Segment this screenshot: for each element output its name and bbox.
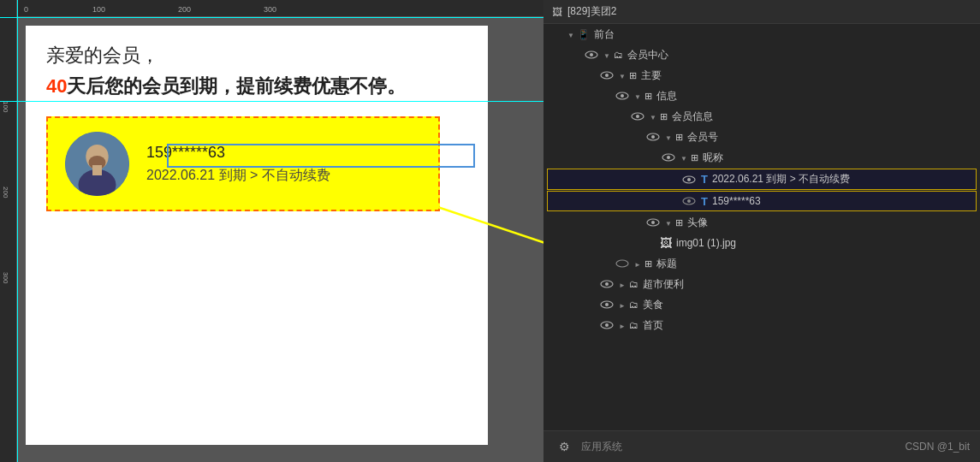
layer-item-tuxiang[interactable]: ⊞ 头像 bbox=[543, 212, 980, 233]
layer-label-huiyuan-num: 会员号 bbox=[687, 130, 718, 145]
member-box: 159******63 2022.06.21 到期 > 不自动续费 bbox=[46, 116, 440, 211]
layer-label-nicheng: 昵称 bbox=[703, 151, 723, 165]
ruler-mark-left-100: 100 bbox=[2, 101, 9, 112]
canvas-content: 亲爱的会员， 40天后您的会员到期，提前续费优惠不停。 bbox=[17, 17, 543, 462]
member-info: 159******63 2022.06.21 到期 > 不自动续费 bbox=[146, 144, 330, 185]
eye-icon-text-expiry[interactable] bbox=[680, 174, 698, 186]
layer-label-xinxi: 信息 bbox=[656, 89, 677, 104]
image-icon-img01: 🖼 bbox=[660, 236, 672, 250]
ruler-mark-left-300: 300 bbox=[2, 272, 9, 283]
triangle-zhuyao bbox=[619, 69, 626, 81]
svg-point-11 bbox=[605, 74, 609, 77]
canvas-area: 0 100 200 300 100 200 300 亲爱的会员， 40天后您的会… bbox=[0, 0, 543, 462]
eye-icon-xinxi[interactable] bbox=[614, 90, 631, 102]
layers-title-row: 🖼 [829]美团2 bbox=[543, 0, 980, 24]
svg-point-26 bbox=[616, 260, 628, 267]
layers-app-icon: 🖼 bbox=[552, 6, 562, 18]
triangle-huiyuan-center bbox=[603, 49, 610, 61]
eye-icon-nicheng[interactable] bbox=[660, 151, 677, 163]
guide-v-left bbox=[17, 0, 18, 462]
layer-item-xinxi[interactable]: ⊞ 信息 bbox=[543, 86, 980, 106]
layer-item-huiyuan-num[interactable]: ⊞ 会员号 bbox=[543, 127, 980, 147]
eye-icon-huiyuan-info[interactable] bbox=[629, 110, 646, 122]
eye-icon-huiyuan-num[interactable] bbox=[644, 131, 662, 143]
triangle-chaoshi bbox=[619, 278, 626, 290]
layer-label-meishi: 美食 bbox=[643, 298, 663, 312]
layer-item-text-phone[interactable]: T 159*****63 bbox=[547, 191, 977, 211]
ruler-top: 0 100 200 300 bbox=[0, 0, 543, 17]
layer-label-huiyuan-center: 会员中心 bbox=[627, 48, 668, 62]
triangle-biaoti bbox=[634, 258, 641, 270]
eye-icon-chaoshi[interactable] bbox=[598, 278, 615, 290]
gear-button[interactable]: ⚙ bbox=[554, 436, 574, 457]
expiry-text-line: 40天后您的会员到期，提前续费优惠不停。 bbox=[46, 74, 467, 99]
svg-point-17 bbox=[651, 135, 655, 139]
layer-item-huiyuan-center[interactable]: 🗂 会员中心 bbox=[543, 44, 980, 65]
credit-text: CSDN @1_bit bbox=[905, 441, 970, 453]
ruler-left: 100 200 300 bbox=[0, 0, 17, 462]
layer-item-meishi[interactable]: 🗂 美食 bbox=[543, 294, 980, 315]
grid-icon-huiyuan-info: ⊞ bbox=[660, 111, 668, 122]
text-icon-phone: T bbox=[701, 195, 708, 208]
layer-label-qiantai: 前台 bbox=[594, 27, 615, 42]
triangle-nicheng bbox=[680, 151, 687, 163]
app-system-label: 应用系统 bbox=[581, 440, 622, 454]
triangle-meishi bbox=[619, 299, 626, 311]
eye-icon-shouye[interactable] bbox=[598, 319, 615, 331]
avatar bbox=[65, 132, 129, 196]
layer-item-text-expiry[interactable]: T 2022.06.21 到期 > 不自动续费 bbox=[547, 169, 977, 190]
text-icon-expiry: T bbox=[701, 173, 708, 186]
ruler-mark-200: 200 bbox=[178, 5, 191, 14]
layer-item-huiyuan-info[interactable]: ⊞ 会员信息 bbox=[543, 106, 980, 127]
svg-point-25 bbox=[651, 221, 655, 224]
layer-item-qiantai[interactable]: 📱 前台 bbox=[543, 24, 980, 44]
grid-icon-huiyuan-num: ⊞ bbox=[675, 132, 683, 143]
group-icon-huiyuan-center: 🗂 bbox=[614, 50, 623, 60]
eye-icon-text-phone[interactable] bbox=[680, 195, 698, 207]
layer-label-img01: img01 (1).jpg bbox=[676, 237, 736, 249]
layer-item-img01[interactable]: 🖼 img01 (1).jpg bbox=[543, 233, 980, 253]
phone-icon: 📱 bbox=[578, 29, 590, 40]
svg-point-32 bbox=[605, 323, 609, 327]
layer-label-zhuyao: 主要 bbox=[641, 68, 662, 83]
layer-item-zhuyao[interactable]: ⊞ 主要 bbox=[543, 65, 980, 86]
layer-label-shouye: 首页 bbox=[643, 318, 663, 333]
layer-label-huiyuan-info: 会员信息 bbox=[672, 110, 713, 124]
group-icon-chaoshi: 🗂 bbox=[629, 279, 638, 289]
layer-item-biaoti[interactable]: ⊞ 标题 bbox=[543, 253, 980, 274]
eye-icon-zhuyao[interactable] bbox=[598, 69, 615, 81]
layer-item-shouye[interactable]: 🗂 首页 bbox=[543, 315, 980, 335]
group-icon-shouye: 🗂 bbox=[629, 320, 638, 330]
layer-item-chaoshi[interactable]: 🗂 超市便利 bbox=[543, 274, 980, 294]
layer-label-text-expiry: 2022.06.21 到期 > 不自动续费 bbox=[712, 172, 850, 187]
design-card: 亲爱的会员， 40天后您的会员到期，提前续费优惠不停。 bbox=[26, 26, 488, 445]
grid-icon-nicheng: ⊞ bbox=[691, 152, 698, 163]
ruler-mark-0: 0 bbox=[24, 5, 28, 14]
ruler-mark-left-200: 200 bbox=[2, 187, 9, 198]
layers-app-title: [829]美团2 bbox=[567, 4, 616, 19]
guide-h-100 bbox=[0, 101, 543, 102]
grid-icon-xinxi: ⊞ bbox=[644, 91, 652, 102]
layer-label-text-phone: 159*****63 bbox=[712, 195, 761, 207]
triangle-huiyuan-num bbox=[665, 131, 672, 143]
svg-point-13 bbox=[621, 94, 624, 98]
eye-icon-biaoti[interactable] bbox=[614, 258, 631, 270]
eye-icon-meishi[interactable] bbox=[598, 299, 615, 311]
triangle-xinxi bbox=[634, 90, 641, 102]
grid-icon-zhuyao: ⊞ bbox=[629, 70, 637, 81]
expiry-rest: 天后您的会员到期，提前续费优惠不停。 bbox=[67, 75, 406, 97]
guide-h-top bbox=[0, 17, 543, 18]
layers-footer: ⚙ 应用系统 CSDN @1_bit bbox=[543, 430, 980, 462]
grid-icon-biaoti: ⊞ bbox=[644, 258, 652, 270]
grid-icon-tuxiang: ⊞ bbox=[675, 217, 683, 228]
triangle-shouye bbox=[619, 319, 626, 331]
triangle-qiantai bbox=[567, 28, 574, 40]
layer-item-nicheng[interactable]: ⊞ 昵称 bbox=[543, 147, 980, 168]
layers-body[interactable]: 📱 前台 🗂 会员中心 ⊞ 主要 ⊞ bbox=[543, 24, 980, 430]
expiry-number: 40 bbox=[46, 75, 67, 97]
triangle-huiyuan-info bbox=[650, 110, 656, 122]
eye-icon-huiyuan-center[interactable] bbox=[583, 49, 600, 61]
triangle-tuxiang bbox=[665, 216, 672, 228]
eye-icon-tuxiang[interactable] bbox=[644, 216, 662, 228]
member-expiry-text: 2022.06.21 到期 > 不自动续费 bbox=[146, 167, 330, 185]
